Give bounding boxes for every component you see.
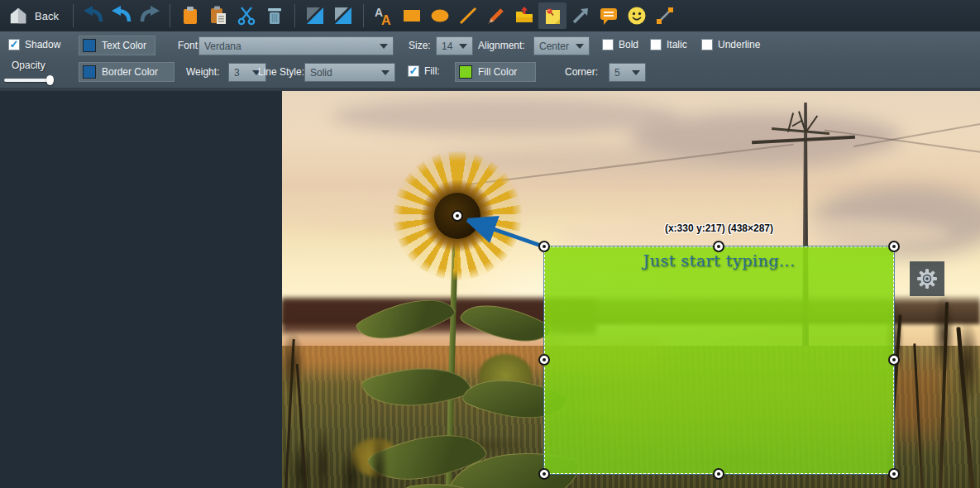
properties-panel: Shadow Text Color Font: Verdana Size: 14… bbox=[0, 31, 980, 91]
arrow-tip-handle[interactable] bbox=[452, 210, 463, 222]
shadow-checkbox-box bbox=[8, 39, 20, 50]
redo-button[interactable] bbox=[136, 2, 164, 29]
rectangle-tool-button[interactable] bbox=[398, 2, 426, 29]
selection-handle-bottom-middle[interactable] bbox=[713, 468, 724, 480]
opacity-control: Opacity bbox=[0, 56, 66, 89]
chevron-down-icon bbox=[459, 44, 467, 49]
line-tool-button[interactable] bbox=[454, 2, 482, 29]
line-style-select-value: Solid bbox=[310, 67, 339, 79]
settings-button[interactable] bbox=[910, 261, 944, 296]
toolbar-separator bbox=[170, 4, 170, 27]
color-picker-line-button[interactable] bbox=[651, 2, 679, 29]
border-color-swatch bbox=[83, 65, 96, 79]
weight-select-value: 3 bbox=[234, 67, 246, 79]
paste-button[interactable] bbox=[176, 2, 204, 29]
arrow-icon bbox=[570, 5, 591, 26]
selection-handle-bottom-left[interactable] bbox=[538, 468, 550, 480]
selection-handle-bottom-right[interactable] bbox=[888, 468, 900, 480]
folder-arrow-icon bbox=[514, 5, 535, 26]
opacity-slider[interactable] bbox=[4, 75, 54, 85]
size-select-value: 14 bbox=[442, 41, 459, 52]
text-color-button[interactable]: Text Color bbox=[79, 36, 155, 55]
svg-text:A: A bbox=[381, 13, 391, 26]
underline-checkbox-box bbox=[701, 39, 713, 50]
paste-contents-button[interactable] bbox=[204, 2, 232, 29]
paste-contents-icon bbox=[208, 5, 229, 26]
size-select[interactable]: 14 bbox=[436, 36, 473, 55]
undo-button[interactable] bbox=[108, 2, 136, 29]
undo-secondary-icon bbox=[83, 5, 104, 26]
sticky-note-tool-button[interactable] bbox=[538, 2, 566, 29]
shadow-label: Shadow bbox=[25, 39, 60, 50]
selection-handle-middle-left[interactable] bbox=[538, 354, 550, 366]
border-color-label: Border Color bbox=[102, 66, 158, 78]
delete-button[interactable] bbox=[261, 2, 289, 29]
corner-select[interactable]: 5 bbox=[609, 63, 646, 82]
line-icon bbox=[457, 5, 479, 26]
size-label: Size: bbox=[409, 40, 431, 51]
rectangle-icon bbox=[401, 5, 423, 26]
text-tool-button[interactable]: AA bbox=[370, 2, 398, 29]
selection-handle-top-middle[interactable] bbox=[713, 241, 724, 252]
sticky-note-icon bbox=[542, 5, 563, 26]
emoji-tool-button[interactable] bbox=[623, 2, 651, 29]
toolbar-separator bbox=[73, 4, 74, 27]
alignment-label: Alignment: bbox=[478, 40, 525, 51]
color-picker-line-icon bbox=[654, 5, 676, 26]
italic-checkbox[interactable]: Italic bbox=[650, 39, 687, 50]
ellipse-tool-button[interactable] bbox=[426, 2, 454, 29]
corner-label: Corner: bbox=[565, 66, 598, 78]
power-pole-insulators bbox=[778, 111, 826, 136]
resize-button[interactable] bbox=[301, 2, 329, 29]
photo-weeds bbox=[282, 331, 315, 488]
selection-handle-top-right[interactable] bbox=[888, 241, 900, 252]
chevron-down-icon bbox=[381, 70, 390, 75]
chevron-down-icon bbox=[632, 70, 640, 75]
font-select[interactable]: Verdana bbox=[198, 36, 394, 55]
canvas-image[interactable]: Just start typing... (x:330 y:217) (438×… bbox=[282, 91, 980, 488]
workspace-background[interactable] bbox=[0, 91, 282, 488]
gear-icon bbox=[914, 266, 940, 292]
fill-checkbox-box bbox=[408, 65, 419, 77]
line-style-select[interactable]: Solid bbox=[304, 63, 395, 82]
cut-button[interactable] bbox=[232, 2, 261, 29]
selection-handle-top-left[interactable] bbox=[538, 241, 550, 252]
weight-label: Weight: bbox=[186, 66, 219, 78]
opacity-slider-thumb[interactable] bbox=[46, 75, 54, 85]
crop-button[interactable] bbox=[329, 2, 357, 29]
chevron-down-icon bbox=[576, 44, 584, 49]
back-button[interactable]: Back bbox=[5, 2, 67, 29]
folder-arrow-button[interactable] bbox=[510, 2, 538, 29]
callout-icon bbox=[598, 5, 619, 26]
redo-icon bbox=[139, 5, 160, 26]
undo-icon bbox=[111, 5, 132, 26]
underline-checkbox[interactable]: Underline bbox=[701, 39, 760, 50]
toolbar-separator bbox=[294, 4, 295, 27]
undo-secondary-button[interactable] bbox=[79, 2, 108, 29]
ellipse-icon bbox=[429, 5, 451, 26]
alignment-select-value: Center bbox=[539, 41, 576, 52]
italic-checkbox-box bbox=[650, 39, 662, 50]
trash-icon bbox=[264, 5, 285, 26]
alignment-select[interactable]: Center bbox=[533, 36, 590, 55]
fill-color-swatch bbox=[459, 65, 472, 79]
selection-handle-middle-right[interactable] bbox=[888, 354, 900, 366]
annotation-placeholder-text[interactable]: Just start typing... bbox=[545, 251, 893, 270]
underline-label: Underline bbox=[718, 39, 760, 50]
text-color-swatch bbox=[83, 39, 96, 52]
fill-label: Fill: bbox=[424, 65, 440, 77]
shadow-checkbox[interactable]: Shadow bbox=[8, 39, 60, 50]
back-label: Back bbox=[35, 10, 59, 22]
bold-checkbox[interactable]: Bold bbox=[602, 39, 638, 50]
arrow-tool-button[interactable] bbox=[566, 2, 595, 29]
sticky-note-annotation[interactable]: Just start typing... bbox=[544, 246, 894, 474]
fill-checkbox[interactable]: Fill: bbox=[408, 65, 440, 77]
fill-color-button[interactable]: Fill Color bbox=[455, 62, 536, 82]
corner-select-value: 5 bbox=[614, 67, 627, 79]
border-color-button[interactable]: Border Color bbox=[79, 62, 174, 82]
callout-tool-button[interactable] bbox=[595, 2, 623, 29]
bold-label: Bold bbox=[619, 39, 638, 50]
text-color-label: Text Color bbox=[102, 40, 146, 51]
pen-tool-button[interactable] bbox=[482, 2, 510, 29]
paste-icon bbox=[179, 5, 201, 26]
